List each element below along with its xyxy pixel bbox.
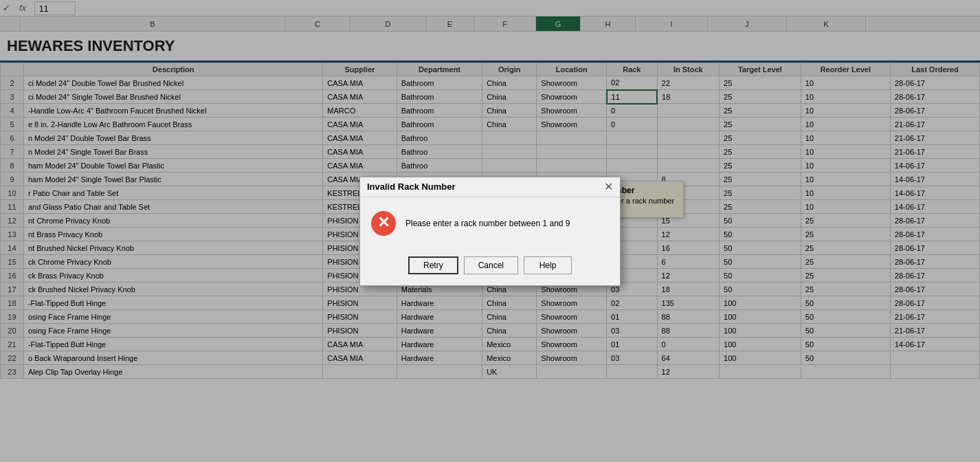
modal-message: Please enter a rack number between 1 and… — [405, 219, 570, 228]
modal-title: Invalid Rack Number — [367, 182, 456, 192]
retry-button[interactable]: Retry — [408, 256, 458, 274]
modal-body: ✕ Please enter a rack number between 1 a… — [360, 197, 620, 250]
svg-text:✕: ✕ — [377, 214, 390, 231]
error-dialog: Invalid Rack Number ✕ ✕ Please enter a r… — [359, 177, 621, 286]
modal-buttons: Retry Cancel Help — [360, 250, 620, 285]
modal-titlebar: Invalid Rack Number ✕ — [360, 177, 620, 197]
error-icon: ✕ — [371, 211, 396, 236]
cancel-button[interactable]: Cancel — [464, 256, 518, 274]
modal-overlay: Invalid Rack Number ✕ ✕ Please enter a r… — [0, 0, 980, 379]
modal-close-button[interactable]: ✕ — [604, 182, 613, 192]
help-button[interactable]: Help — [524, 256, 572, 274]
